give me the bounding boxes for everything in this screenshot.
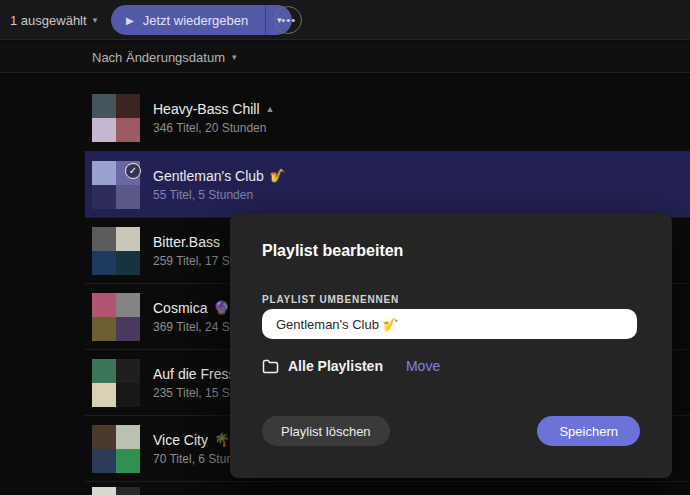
playlist-title: Vice City [153, 432, 208, 448]
playlist-title-emoji: 🌴 [214, 432, 230, 447]
playlist-title-emoji: 🔮 [213, 300, 229, 315]
cover-tile [92, 359, 116, 383]
sort-bar: Nach Änderungsdatum ▾ [0, 41, 690, 73]
playlist-cover [92, 227, 140, 275]
play-now-button[interactable]: ▶ Jetzt wiedergeben [111, 5, 266, 35]
cover-tile [92, 227, 116, 251]
playlist-subtitle: 346 Titel, 20 Stunden [153, 121, 275, 135]
folder-icon [262, 359, 279, 374]
chevron-down-icon: ▾ [232, 52, 237, 62]
cover-tile [92, 118, 116, 142]
cover-tile [92, 317, 116, 341]
cover-tile [116, 293, 140, 317]
top-toolbar: 1 ausgewählt ▾ ▶ Jetzt wiedergeben ▾ ••• [0, 0, 690, 40]
playlist-cover [92, 293, 140, 341]
playlist-cover [92, 487, 140, 495]
cover-tile [116, 227, 140, 251]
cover-tile [116, 94, 140, 118]
cover-tile [116, 118, 140, 142]
cover-tile [116, 449, 140, 473]
cover-tile [116, 317, 140, 341]
folder-row: Alle Playlisten Move [262, 358, 440, 374]
cover-tile [92, 251, 116, 275]
cover-tile [116, 425, 140, 449]
playlist-cover: ✓ [92, 161, 140, 209]
dialog-buttons: Playlist löschen Speichern [262, 416, 640, 446]
selected-check-icon: ✓ [125, 163, 141, 179]
sort-label: Nach Änderungsdatum [92, 50, 225, 65]
play-now-label: Jetzt wiedergeben [143, 13, 249, 28]
playlist-cover [92, 94, 140, 142]
pinned-icon: ▲ [266, 104, 275, 114]
delete-playlist-button[interactable]: Playlist löschen [262, 416, 390, 446]
playlist-name-input[interactable] [262, 309, 637, 339]
playlist-meta: Heavy-Bass Chill ▲ 346 Titel, 20 Stunden [153, 101, 275, 135]
save-button[interactable]: Speichern [537, 416, 640, 446]
cover-tile [116, 383, 140, 407]
check-glyph: ✓ [129, 165, 137, 176]
selected-count-dropdown[interactable]: 1 ausgewählt ▾ [10, 0, 97, 40]
play-split-button: ▶ Jetzt wiedergeben ▾ [111, 5, 292, 35]
playlist-cover [92, 359, 140, 407]
more-options-button[interactable]: ••• [274, 6, 302, 34]
playlist-title: Gentleman's Club [153, 168, 264, 184]
chevron-down-icon: ▾ [93, 15, 98, 25]
playlist-title: Cosmica [153, 300, 207, 316]
sort-dropdown[interactable]: Nach Änderungsdatum ▾ [92, 41, 237, 73]
edit-playlist-dialog: Playlist bearbeiten PLAYLIST UMBENENNEN … [230, 214, 672, 478]
playlist-title: Bitter.Bass [153, 234, 220, 250]
dialog-title: Playlist bearbeiten [262, 242, 403, 260]
playlist-meta: Gentleman's Club 🎷 55 Titel, 5 Stunden [153, 168, 286, 202]
cover-tile [92, 425, 116, 449]
cover-tile [92, 161, 116, 185]
cover-tile [92, 94, 116, 118]
cover-tile [116, 251, 140, 275]
playlist-row[interactable]: ✓ Gentleman's Club 🎷 55 Titel, 5 Stunden [85, 151, 690, 217]
play-icon: ▶ [126, 15, 134, 26]
playlist-cover [92, 425, 140, 473]
playlist-title-emoji: 🎷 [270, 168, 286, 183]
ellipsis-icon: ••• [281, 15, 296, 26]
playlist-row[interactable]: Heavy-Bass Chill ▲ 346 Titel, 20 Stunden [85, 85, 690, 151]
cover-tile [116, 185, 140, 209]
cover-tile [92, 383, 116, 407]
cover-tile [116, 359, 140, 383]
folder-name-label: Alle Playlisten [288, 358, 383, 374]
move-link[interactable]: Move [406, 358, 440, 374]
playlist-row-partial[interactable] [85, 481, 690, 495]
rename-label: PLAYLIST UMBENENNEN [262, 294, 399, 305]
cover-tile [92, 293, 116, 317]
cover-tile [92, 185, 116, 209]
playlist-subtitle: 55 Titel, 5 Stunden [153, 188, 286, 202]
cover-tile [92, 449, 116, 473]
selected-count-label: 1 ausgewählt [10, 13, 87, 28]
playlist-title: Heavy-Bass Chill [153, 101, 260, 117]
